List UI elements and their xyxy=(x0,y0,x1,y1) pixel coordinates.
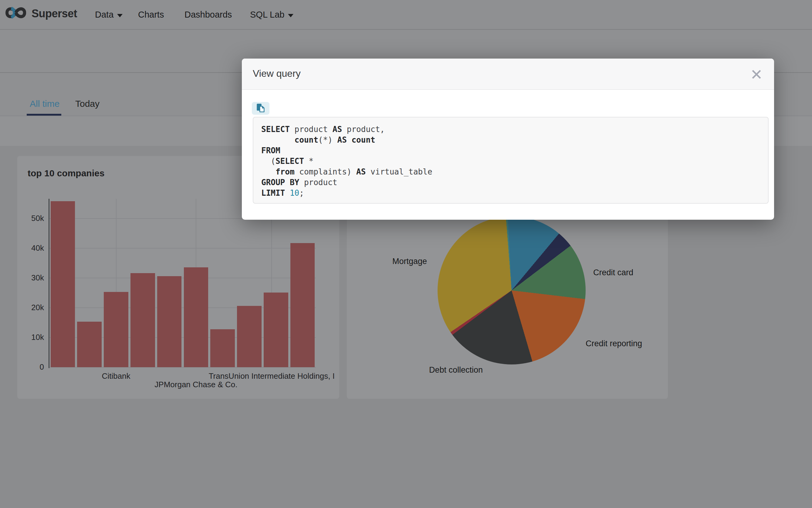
nav-item-charts[interactable]: Charts xyxy=(138,10,164,20)
bar-chart-plot xyxy=(49,199,316,367)
x-tick-label: JPMorgan Chase & Co. xyxy=(155,380,237,389)
y-tick-label: 20k xyxy=(31,303,44,312)
bar[interactable] xyxy=(104,292,128,367)
tab-all-time[interactable]: All time xyxy=(30,99,59,109)
copy-query-button[interactable] xyxy=(252,102,269,115)
copy-icon xyxy=(256,103,266,114)
tab-today[interactable]: Today xyxy=(75,99,99,109)
modal-header: View query xyxy=(242,58,774,90)
chart-title: top 10 companies xyxy=(28,168,104,178)
bar-chart-y-axis-labels: 010k20k30k40k50k xyxy=(17,199,46,367)
close-icon[interactable] xyxy=(750,68,763,81)
bar[interactable] xyxy=(51,201,75,367)
bar-chart-x-axis-labels: CitibankJPMorgan Chase & Co.TransUnion I… xyxy=(49,367,316,394)
bar[interactable] xyxy=(184,267,209,367)
bar[interactable] xyxy=(77,322,102,367)
pie-label-credit-reporting: Credit reporting xyxy=(586,339,642,348)
caret-down-icon xyxy=(117,14,123,17)
nav-item-dashboards[interactable]: Dashboards xyxy=(184,10,232,20)
sql-code-block: SELECT product AS product, count(*) AS c… xyxy=(253,117,769,204)
nav-item-data[interactable]: Data xyxy=(95,10,123,20)
pie-label-credit-card: Credit card xyxy=(593,268,633,278)
bar[interactable] xyxy=(210,329,235,368)
y-tick-label: 30k xyxy=(31,273,44,283)
modal-title: View query xyxy=(253,68,301,79)
h-gridline xyxy=(49,278,316,278)
h-gridline xyxy=(49,248,316,249)
y-axis-line xyxy=(49,199,49,368)
bar[interactable] xyxy=(264,293,288,367)
nav-item-sql-lab[interactable]: SQL Lab xyxy=(250,10,293,20)
y-tick-label: 40k xyxy=(31,243,44,253)
bar[interactable] xyxy=(130,273,155,367)
pie-chart[interactable] xyxy=(437,216,586,365)
view-query-modal: View query SELECT product AS product, co… xyxy=(242,58,774,220)
active-tab-underline xyxy=(27,114,61,116)
bar[interactable] xyxy=(237,306,262,367)
navbar: Superset Data Charts Dashboards SQL Lab xyxy=(0,0,812,30)
bar[interactable] xyxy=(157,276,182,367)
pie-label-mortgage: Mortgage xyxy=(392,257,427,266)
x-tick-label: Citibank xyxy=(102,372,130,381)
y-tick-label: 0 xyxy=(40,362,44,372)
y-tick-label: 10k xyxy=(31,333,44,342)
y-tick-label: 50k xyxy=(31,214,44,223)
brand-name[interactable]: Superset xyxy=(32,7,77,20)
x-tick-label: TransUnion Intermediate Holdings, I xyxy=(209,372,335,381)
pie-label-debt-collection: Debt collection xyxy=(429,365,483,375)
caret-down-icon xyxy=(288,14,293,17)
bar[interactable] xyxy=(290,243,315,367)
superset-logo-icon[interactable] xyxy=(4,6,27,19)
